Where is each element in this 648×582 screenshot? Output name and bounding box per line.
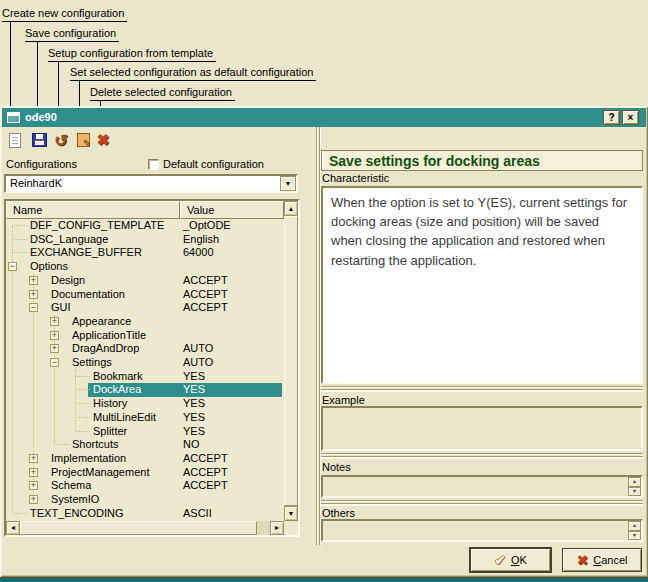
section-splitter[interactable] xyxy=(321,500,643,506)
tree-row-EXCHANGE_BUFFER[interactable]: EXCHANGE_BUFFER64000 xyxy=(8,246,282,260)
others-textbox[interactable]: ▴ ▾ xyxy=(321,519,643,542)
tree-item-name: Documentation xyxy=(51,288,125,302)
spin-down-icon[interactable]: ▾ xyxy=(628,531,641,541)
save-configuration-button[interactable] xyxy=(29,131,49,149)
tree-item-name: Splitter xyxy=(93,425,127,439)
close-button[interactable]: × xyxy=(622,110,639,125)
tree-row-Schema[interactable]: +SchemaACCEPT xyxy=(8,479,282,493)
vertical-scrollbar-thumb[interactable] xyxy=(284,216,298,506)
tree-item-value: YES xyxy=(183,383,205,397)
tree-item-name: MultiLineEdit xyxy=(93,411,156,425)
characteristic-label: Characteristic xyxy=(322,172,389,184)
expand-icon[interactable]: + xyxy=(29,454,38,463)
x-icon xyxy=(577,552,589,568)
delete-configuration-button[interactable] xyxy=(93,131,113,149)
ok-button[interactable]: OK xyxy=(470,548,551,572)
example-label: Example xyxy=(322,394,365,406)
scroll-down-icon[interactable]: ▼ xyxy=(284,506,298,521)
cancel-button-label: Cancel xyxy=(593,554,627,566)
tree-row-DEF_CONFIG_TEMPLATE[interactable]: DEF_CONFIG_TEMPLATE_OptODE xyxy=(8,219,282,233)
tree-item-value: YES xyxy=(183,411,205,425)
tree-item-name: Schema xyxy=(51,479,91,493)
annotation-delete-configuration: Delete selected configuration xyxy=(90,86,235,101)
expand-icon[interactable]: + xyxy=(50,344,59,353)
setup-from-template-button[interactable] xyxy=(51,131,71,149)
tree-item-value: ASCII xyxy=(183,507,212,521)
scroll-right-icon[interactable]: ► xyxy=(270,521,284,535)
tree-row-Splitter[interactable]: SplitterYES xyxy=(8,425,282,439)
expand-icon[interactable]: + xyxy=(29,495,38,504)
tree-dotted-stub xyxy=(12,239,27,240)
help-button[interactable]: ? xyxy=(603,110,620,125)
combobox-dropdown-button[interactable]: ▼ xyxy=(280,176,296,191)
ok-button-label: OK xyxy=(511,554,527,566)
tree-item-name: Shortcuts xyxy=(72,438,118,452)
configuration-tree-list: Name Value ▲ ▼ ◄ ► DEF_CONFIG_TEMPLATE_O… xyxy=(4,199,300,537)
tree-row-GUI[interactable]: −GUIACCEPT xyxy=(8,301,282,315)
tree-row-MultiLineEdit[interactable]: MultiLineEditYES xyxy=(8,411,282,425)
set-default-configuration-button[interactable] xyxy=(73,131,93,149)
annotation-create-new-configuration: Create new configuration xyxy=(2,7,127,22)
scroll-left-icon[interactable]: ◄ xyxy=(6,521,20,535)
tree-row-ApplicationTitle[interactable]: +ApplicationTitle xyxy=(8,329,282,343)
tree-row-History[interactable]: HistoryYES xyxy=(8,397,282,411)
expand-icon[interactable]: + xyxy=(29,290,38,299)
characteristic-textbox[interactable]: When the option is set to Y(ES), current… xyxy=(321,186,643,384)
expand-icon[interactable]: + xyxy=(29,481,38,490)
scroll-up-icon[interactable]: ▲ xyxy=(284,201,298,216)
tree-row-Settings[interactable]: −SettingsAUTO xyxy=(8,356,282,370)
tree-row-Appearance[interactable]: +Appearance xyxy=(8,315,282,329)
tree-row-TEXT_ENCODING[interactable]: TEXT_ENCODINGASCII xyxy=(8,507,282,521)
column-header-name[interactable]: Name xyxy=(6,201,180,219)
tree-row-Options[interactable]: −Options xyxy=(8,260,282,274)
tree-row-DockArea[interactable]: DockAreaYES xyxy=(8,383,282,397)
collapse-icon[interactable]: − xyxy=(8,262,17,271)
configuration-combobox[interactable]: ReinhardK ▼ xyxy=(4,174,298,193)
spin-up-icon[interactable]: ▴ xyxy=(628,521,641,531)
tree-dotted-stub xyxy=(75,403,90,404)
example-textbox[interactable] xyxy=(321,406,643,451)
tree-row-SystemIO[interactable]: +SystemIO xyxy=(8,493,282,507)
save-floppy-icon xyxy=(32,133,47,147)
bottom-edge-strip xyxy=(0,577,648,582)
collapse-icon[interactable]: − xyxy=(50,358,59,367)
tree-item-name: SystemIO xyxy=(51,493,99,507)
tree-row-DragAndDrop[interactable]: +DragAndDropAUTO xyxy=(8,342,282,356)
section-splitter[interactable] xyxy=(321,386,643,392)
column-header-value[interactable]: Value xyxy=(180,201,284,219)
tree-row-Design[interactable]: +DesignACCEPT xyxy=(8,274,282,288)
cancel-button[interactable]: Cancel xyxy=(562,548,642,572)
notes-label: Notes xyxy=(322,461,351,473)
tree-item-value: _OptODE xyxy=(183,219,231,233)
collapse-icon[interactable]: − xyxy=(29,303,38,312)
annotation-save-configuration: Save configuration xyxy=(25,27,119,42)
expand-icon[interactable]: + xyxy=(29,276,38,285)
spin-down-icon[interactable]: ▾ xyxy=(628,487,641,497)
section-splitter[interactable] xyxy=(321,453,643,459)
check-icon xyxy=(494,552,506,568)
tree-row-Shortcuts[interactable]: ShortcutsNO xyxy=(8,438,282,452)
horizontal-scrollbar-thumb[interactable] xyxy=(20,521,257,535)
tree-row-Implementation[interactable]: +ImplementationACCEPT xyxy=(8,452,282,466)
notes-textbox[interactable]: ▴ ▾ xyxy=(321,475,643,498)
title-bar[interactable]: ode90 ? × xyxy=(2,108,646,127)
tree-dotted-stub xyxy=(75,417,90,418)
expand-icon[interactable]: + xyxy=(50,317,59,326)
tree-dotted-stub xyxy=(12,513,27,514)
tree-item-name: Settings xyxy=(72,356,112,370)
expand-icon[interactable]: + xyxy=(29,468,38,477)
others-label: Others xyxy=(322,507,355,519)
tree-row-ProjectManagement[interactable]: +ProjectManagementACCEPT xyxy=(8,466,282,480)
window-icon xyxy=(7,112,20,123)
new-configuration-button[interactable] xyxy=(5,131,25,149)
tree-row-Bookmark[interactable]: BookmarkYES xyxy=(8,370,282,384)
spin-up-icon[interactable]: ▴ xyxy=(628,477,641,487)
tree-item-value: AUTO xyxy=(183,356,213,370)
tree-item-value: 64000 xyxy=(183,246,214,260)
tree-item-name: ApplicationTitle xyxy=(72,329,146,343)
tree-row-Documentation[interactable]: +DocumentationACCEPT xyxy=(8,288,282,302)
tree-row-DSC_Language[interactable]: DSC_LanguageEnglish xyxy=(8,233,282,247)
expand-icon[interactable]: + xyxy=(50,331,59,340)
tree-item-value: ACCEPT xyxy=(183,301,228,315)
default-configuration-checkbox[interactable] xyxy=(148,159,159,170)
